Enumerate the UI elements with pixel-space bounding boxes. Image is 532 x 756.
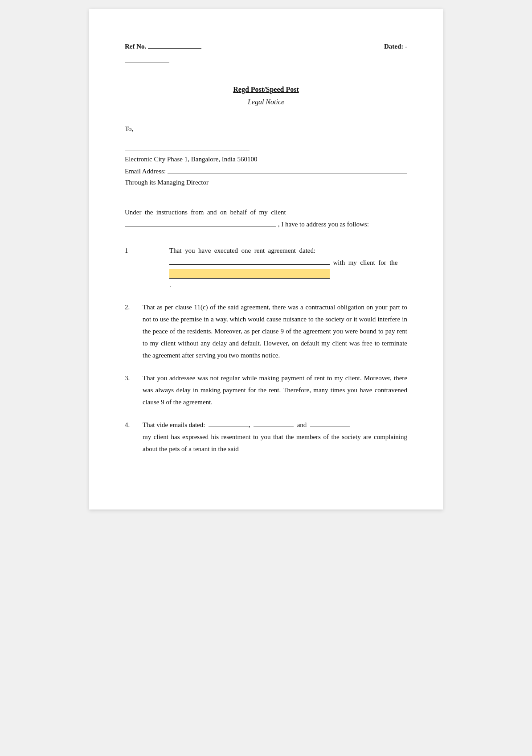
item-3: 3. That you addressee was not regular wh… <box>125 372 407 408</box>
item-4: 4. That vide emails dated: , and my clie… <box>125 419 407 455</box>
intro-text1: Under the instructions from and on behal… <box>125 209 286 216</box>
item-4-number: 4. <box>125 419 143 431</box>
to-section: To, Electronic City Phase 1, Bangalore, … <box>125 123 407 189</box>
ref-section: Ref No. <box>125 41 201 62</box>
item-4-content: That vide emails dated: , and my client … <box>143 419 407 455</box>
item-4-date2 <box>254 419 294 427</box>
item-1-text2: with my client for the <box>331 259 398 266</box>
email-blank <box>168 165 407 173</box>
item-4-date3 <box>310 419 350 427</box>
item-4-text-before: That vide emails dated: <box>143 421 205 428</box>
item-3-content: That you addressee was not regular while… <box>143 372 407 408</box>
item-1-content: That you have executed one rent agreemen… <box>143 245 407 291</box>
item-1: 1 That you have executed one rent agreem… <box>125 245 407 291</box>
title-section: Regd Post/Speed Post Legal Notice <box>125 84 407 107</box>
header: Ref No. Dated: - <box>125 41 407 62</box>
email-label: Email Address: <box>125 166 166 177</box>
item-2-number: 2. <box>125 301 143 313</box>
client-blank <box>125 218 276 226</box>
ref-blank <box>148 41 201 49</box>
intro-text2: , I have to address you as follows: <box>278 221 369 228</box>
item-4-and: and <box>297 421 307 428</box>
item-1-period: . <box>169 281 171 288</box>
item-1-text1: That you have executed one rent agreemen… <box>169 247 315 254</box>
item-3-number: 3. <box>125 372 143 384</box>
addressee-blank <box>125 143 250 151</box>
email-line: Email Address: <box>125 165 407 177</box>
item-4-text-after: my client has expressed his resentment t… <box>143 433 407 452</box>
item-1-blank1 <box>169 257 330 265</box>
item-2-content: That as per clause 11(c) of the said agr… <box>143 301 407 362</box>
item-1-number: 1 <box>125 245 143 257</box>
ref-line2 <box>125 55 169 62</box>
address-line1: Electronic City Phase 1, Bangalore, Indi… <box>125 154 407 165</box>
address-block: Electronic City Phase 1, Bangalore, Indi… <box>125 143 407 189</box>
to-label: To, <box>125 123 407 134</box>
title-main: Regd Post/Speed Post <box>125 84 407 95</box>
ref-label: Ref No. <box>125 41 201 52</box>
item-2: 2. That as per clause 11(c) of the said … <box>125 301 407 362</box>
document-page: Ref No. Dated: - Regd Post/Speed Post Le… <box>89 9 443 509</box>
item-1-highlight <box>169 269 330 279</box>
managing-director: Through its Managing Director <box>125 177 407 189</box>
body-content: 1 That you have executed one rent agreem… <box>125 245 407 455</box>
intro-section: Under the instructions from and on behal… <box>125 206 407 230</box>
title-sub: Legal Notice <box>125 96 407 108</box>
dated-label: Dated: - <box>384 41 407 52</box>
item-4-date1 <box>209 419 249 427</box>
